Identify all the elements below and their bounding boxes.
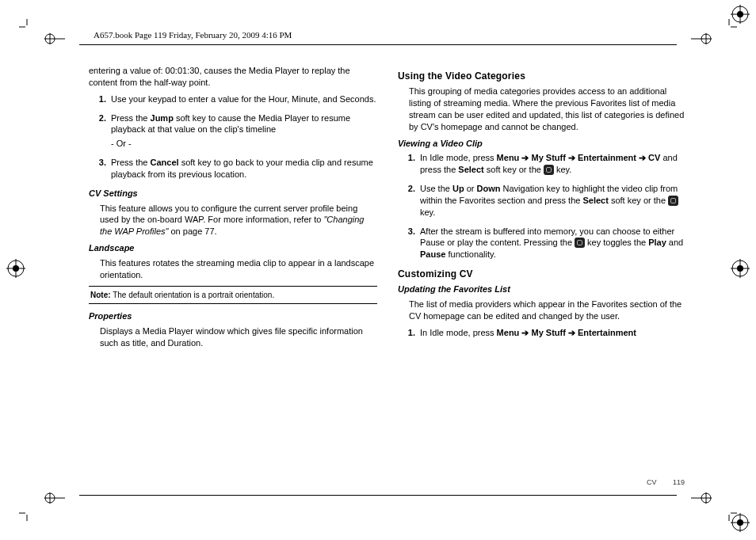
side-mark-bl <box>44 492 65 507</box>
registration-mark-tr <box>731 5 750 27</box>
customize-steps: 1. In Idle mode, press Menu ➔ My Stuff ➔… <box>398 327 686 341</box>
meta-header: A657.book Page 119 Friday, February 20, … <box>94 30 292 40</box>
view-step-1: 1. In Idle mode, press Menu ➔ My Stuff ➔… <box>398 152 686 178</box>
step-text: Use your keypad to enter a value for the… <box>111 93 377 105</box>
playback-steps: 1. Use your keypad to enter a value for … <box>89 93 377 183</box>
properties-text: Displays a Media Player window which giv… <box>89 325 377 349</box>
crop-mark-tl <box>19 19 35 35</box>
customizing-cv-heading: Customizing CV <box>398 268 686 280</box>
updating-favorites-heading: Updating the Favorites List <box>398 283 686 295</box>
registration-mark-br <box>731 513 750 535</box>
side-mark-tr <box>691 33 712 48</box>
step-number: 3. <box>89 157 111 183</box>
step-2: 2. Press the Jump soft key to cause the … <box>89 112 377 153</box>
cv-settings-heading: CV Settings <box>89 188 377 200</box>
step-number: 1. <box>398 152 420 178</box>
page-footer: CV 119 <box>647 478 685 486</box>
landscape-heading: Landscape <box>89 242 377 254</box>
view-step-3: 3. After the stream is buffered into mem… <box>398 226 686 264</box>
step-number: 2. <box>398 183 420 221</box>
side-mark-br <box>691 492 712 507</box>
note-block: Note: The default orientation is a portr… <box>89 286 377 305</box>
step-3: 3. Press the Cancel soft key to go back … <box>89 157 377 183</box>
footer-page-number: 119 <box>673 478 685 486</box>
page-content: entering a value of: 00:01:30, causes th… <box>89 65 686 483</box>
intro-paragraph: entering a value of: 00:01:30, causes th… <box>89 65 377 89</box>
note-text: The default orientation is a portrait or… <box>111 291 275 299</box>
step-text: Press the Cancel soft key to go back to … <box>111 157 377 181</box>
footer-section: CV <box>647 478 657 486</box>
cv-settings-text: This feature allows you to configure the… <box>89 203 377 238</box>
using-video-categories-heading: Using the Video Categories <box>398 70 686 82</box>
using-video-categories-text: This grouping of media categories provid… <box>398 86 686 132</box>
updating-favorites-text: The list of media providers which appear… <box>398 299 686 322</box>
center-key-icon <box>668 196 678 206</box>
step-text: In Idle mode, press Menu ➔ My Stuff ➔ En… <box>420 327 686 339</box>
step-1: 1. Use your keypad to enter a value for … <box>89 93 377 108</box>
step-text: Use the Up or Down Navigation key to hig… <box>420 183 686 219</box>
viewing-a-video-clip-heading: Viewing a Video Clip <box>398 138 686 150</box>
step-text: Press the Jump soft key to cause the Med… <box>111 112 377 136</box>
left-column: entering a value of: 00:01:30, causes th… <box>89 65 377 483</box>
properties-heading: Properties <box>89 310 377 322</box>
cust-step-1: 1. In Idle mode, press Menu ➔ My Stuff ➔… <box>398 327 686 341</box>
step-text: After the stream is buffered into memory… <box>420 226 686 261</box>
step-number: 2. <box>89 112 111 153</box>
or-text: - Or - <box>111 138 377 150</box>
center-key-icon <box>575 238 585 248</box>
step-number: 1. <box>398 327 420 341</box>
side-mark-tl <box>44 33 65 48</box>
landscape-text: This features rotates the streaming medi… <box>89 257 377 281</box>
header-rule <box>79 44 677 45</box>
view-step-2: 2. Use the Up or Down Navigation key to … <box>398 183 686 221</box>
step-text: In Idle mode, press Menu ➔ My Stuff ➔ En… <box>420 152 686 176</box>
right-column: Using the Video Categories This grouping… <box>398 65 686 483</box>
registration-mark-left <box>6 259 25 281</box>
viewing-steps: 1. In Idle mode, press Menu ➔ My Stuff ➔… <box>398 152 686 263</box>
registration-mark-right <box>731 259 750 281</box>
center-key-icon <box>544 165 554 175</box>
note-label: Note: <box>90 291 111 299</box>
footer-rule <box>79 495 677 496</box>
step-number: 1. <box>89 93 111 108</box>
step-number: 3. <box>398 226 420 264</box>
crop-mark-bl <box>19 505 35 521</box>
